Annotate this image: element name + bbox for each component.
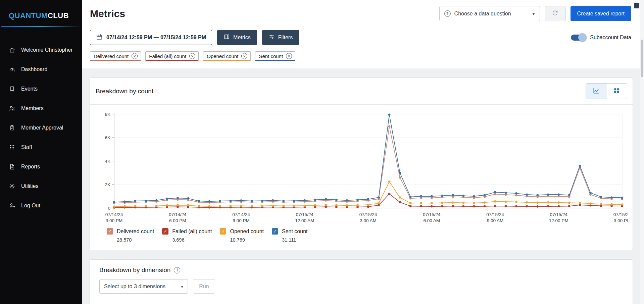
svg-text:0: 0 xyxy=(108,206,110,211)
breakdown-count-title: Breakdown by count xyxy=(96,88,153,95)
refresh-button[interactable] xyxy=(545,6,566,21)
legend-item-opened-count: ✓Opened count10,769 xyxy=(220,228,264,243)
subaccount-data-toggle[interactable] xyxy=(571,35,586,41)
chart-section: 02K4K6K8K07/14/243:00 PM07/14/246:00 PM0… xyxy=(90,104,633,228)
chip-label: Failed (all) count xyxy=(149,53,186,59)
legend-checkbox[interactable]: ✓ xyxy=(272,228,278,235)
grid-view-button[interactable] xyxy=(606,84,627,99)
logo-secondary: CLUB xyxy=(48,11,69,20)
metrics-line-chart: 02K4K6K8K07/14/243:00 PM07/14/246:00 PM0… xyxy=(95,109,628,228)
data-question-dropdown[interactable]: ? Choose a data question ▾ xyxy=(439,6,540,21)
chip-label: Delivered count xyxy=(94,53,129,59)
svg-text:3:00 AM: 3:00 AM xyxy=(360,218,377,223)
scrollbar-thumb[interactable] xyxy=(641,40,643,77)
bookmark-icon xyxy=(9,86,15,92)
create-saved-report-button[interactable]: Create saved report xyxy=(571,6,631,21)
chart-legend: ✓Delivered count28,570✓Failed (all) coun… xyxy=(90,228,633,250)
legend-item-delivered-count: ✓Delivered count28,570 xyxy=(107,228,154,243)
chip-delivered-count[interactable]: Delivered count× xyxy=(90,51,141,61)
page-title: Metrics xyxy=(90,8,125,19)
breakdown-dimension-title: Breakdown by dimension xyxy=(99,266,170,274)
body-area: Breakdown by count 02K4K6K8K07/14/243:00… xyxy=(82,68,640,304)
legend-checkbox[interactable]: ✓ xyxy=(162,228,168,235)
date-range-label: 07/14/24 12:59 PM — 07/15/24 12:59 PM xyxy=(106,35,206,41)
sidebar-item-member-approval[interactable]: Member Approval xyxy=(0,118,82,138)
document-icon xyxy=(9,163,15,170)
breakdown-by-dimension-card: Breakdown by dimension i Select up to 3 … xyxy=(90,259,633,304)
people-icon xyxy=(9,105,15,112)
vertical-scrollbar[interactable] xyxy=(640,0,644,304)
legend-item-sent-count: ✓Sent count31,111 xyxy=(272,228,308,243)
legend-label: Opened count xyxy=(230,229,264,235)
app-window: QUANTUMCLUB Welcome ChristopherDashboard… xyxy=(0,0,644,304)
home-icon xyxy=(9,47,15,53)
sidebar-item-label: Log Out xyxy=(21,203,40,209)
line-chart-view-button[interactable] xyxy=(586,84,606,99)
logo-primary: QUANTUM xyxy=(9,11,48,20)
info-icon[interactable]: i xyxy=(174,267,180,273)
chip-failed-all-count[interactable]: Failed (all) count× xyxy=(145,51,199,61)
svg-text:07/14/24: 07/14/24 xyxy=(105,212,123,217)
sidebar-item-members[interactable]: Members xyxy=(0,99,82,118)
svg-text:9:00 AM: 9:00 AM xyxy=(487,218,504,223)
sidebar-item-label: Staff xyxy=(21,144,32,150)
svg-text:07/15/24: 07/15/24 xyxy=(359,212,377,217)
sidebar-item-label: Members xyxy=(21,105,44,111)
legend-label: Delivered count xyxy=(117,229,154,235)
sidebar-item-utilities[interactable]: Utilities xyxy=(0,176,82,196)
subaccount-data-label: Subaccount Data xyxy=(590,35,631,41)
chip-close-icon[interactable]: × xyxy=(132,53,138,59)
svg-text:8K: 8K xyxy=(105,112,110,117)
svg-text:12:00 PM: 12:00 PM xyxy=(549,218,568,223)
chip-label: Opened count xyxy=(207,53,238,59)
dimension-select[interactable]: Select up to 3 dimensions ▾ xyxy=(99,279,188,294)
grid-view-icon xyxy=(613,87,621,96)
calendar-icon xyxy=(96,34,103,42)
gear-icon xyxy=(9,183,15,190)
sidebar-item-reports[interactable]: Reports xyxy=(0,157,82,176)
svg-text:6:00 AM: 6:00 AM xyxy=(423,218,440,223)
filters-button[interactable]: Filters xyxy=(262,30,299,45)
sidebar-nav: Welcome ChristopherDashboardEventsMember… xyxy=(0,40,82,215)
sidebar-item-events[interactable]: Events xyxy=(0,79,82,99)
metrics-button[interactable]: Metrics xyxy=(217,30,257,45)
legend-total: 10,769 xyxy=(230,237,264,243)
logout-icon xyxy=(9,202,15,209)
svg-text:6:00 PM: 6:00 PM xyxy=(169,218,186,223)
svg-text:3:00 PM: 3:00 PM xyxy=(106,218,122,223)
chip-sent-count[interactable]: Sent count× xyxy=(255,51,295,61)
dashboard-icon xyxy=(9,66,15,73)
svg-text:07/15/24: 07/15/24 xyxy=(486,212,504,217)
svg-text:4K: 4K xyxy=(105,159,110,164)
chip-close-icon[interactable]: × xyxy=(241,53,247,59)
chip-close-icon[interactable]: × xyxy=(189,53,195,59)
question-circle-icon: ? xyxy=(444,10,451,17)
svg-text:12:00 AM: 12:00 AM xyxy=(295,218,314,223)
data-question-label: Choose a data question xyxy=(454,11,511,17)
sidebar-item-welcome-christopher[interactable]: Welcome Christopher xyxy=(0,40,82,60)
date-range-button[interactable]: 07/14/24 12:59 PM — 07/15/24 12:59 PM xyxy=(90,30,212,45)
sidebar-item-label: Welcome Christopher xyxy=(21,47,73,53)
logo-underline xyxy=(1,26,81,27)
svg-text:9:00 PM: 9:00 PM xyxy=(233,218,249,223)
breakdown-by-count-card: Breakdown by count 02K4K6K8K07/14/243:00… xyxy=(90,78,633,250)
filters-button-label: Filters xyxy=(278,35,293,41)
legend-total: 31,111 xyxy=(282,237,308,243)
chip-opened-count[interactable]: Opened count× xyxy=(203,51,251,61)
sidebar-item-staff[interactable]: Staff xyxy=(0,138,82,157)
legend-total: 3,696 xyxy=(172,237,212,243)
legend-checkbox[interactable]: ✓ xyxy=(107,228,113,235)
sidebar-item-dashboard[interactable]: Dashboard xyxy=(0,60,82,79)
legend-label: Sent count xyxy=(282,229,308,235)
chip-close-icon[interactable]: × xyxy=(286,53,292,59)
svg-text:6K: 6K xyxy=(105,135,110,140)
metric-chips-row: Delivered count×Failed (all) count×Opene… xyxy=(90,51,631,61)
svg-text:07/14/24: 07/14/24 xyxy=(169,212,187,217)
clipboard-check-icon xyxy=(9,124,15,131)
chart-view-toggle xyxy=(586,83,627,99)
sidebar-item-log-out[interactable]: Log Out xyxy=(0,196,82,215)
run-button[interactable]: Run xyxy=(193,279,215,294)
legend-checkbox[interactable]: ✓ xyxy=(220,228,226,235)
sidebar-item-label: Utilities xyxy=(21,183,39,189)
scrollbar-top-marker xyxy=(634,3,639,8)
